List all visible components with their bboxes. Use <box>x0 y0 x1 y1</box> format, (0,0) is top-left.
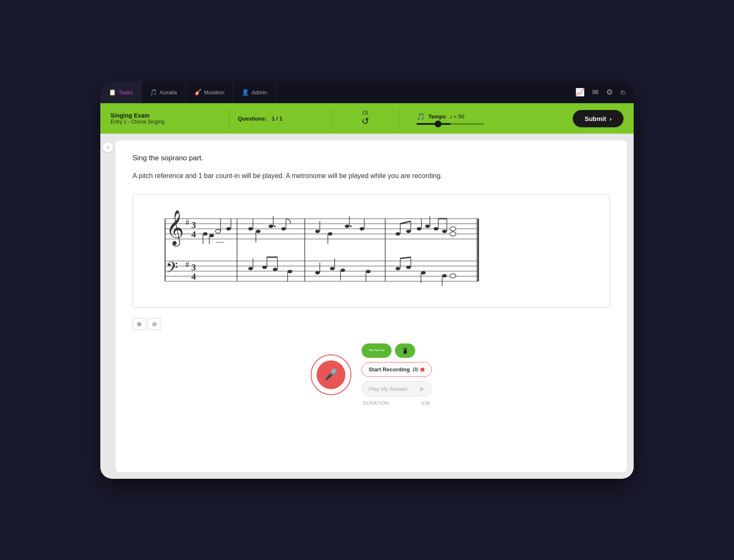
logout-icon[interactable]: ⎋ <box>621 88 625 97</box>
auralia-label: Auralia <box>160 89 177 96</box>
musition-icon: 🎸 <box>194 89 201 96</box>
mic-outer-ring[interactable]: 🎤 <box>311 354 351 395</box>
svg-point-36 <box>269 225 273 228</box>
recording-top-row: 〜〜〜 📱 <box>361 343 432 358</box>
content-panel: Sing the soprano part. A pitch reference… <box>116 140 627 472</box>
nav-tab-admin[interactable]: 👤 Admin <box>233 81 276 103</box>
microphone-icon: 🎤 <box>324 368 338 381</box>
svg-point-34 <box>256 230 261 233</box>
replay-icon[interactable]: ↺ <box>361 116 369 127</box>
phone-icon: 📱 <box>402 348 408 354</box>
tasks-icon: 📋 <box>109 89 116 96</box>
start-recording-button[interactable]: Start Recording (3) <box>361 362 432 377</box>
svg-text:#: # <box>185 218 189 227</box>
svg-point-61 <box>330 267 335 270</box>
svg-point-92 <box>450 274 456 278</box>
tempo-label: Tempo <box>428 113 446 120</box>
svg-text:4: 4 <box>191 271 196 282</box>
svg-point-57 <box>360 227 364 231</box>
tasks-label: Tasks <box>119 89 132 96</box>
start-recording-label: Start Recording <box>369 366 410 373</box>
exam-info: Singing Exam Entry 1 - Choral Singing <box>110 112 221 125</box>
tempo-value: ♩ = 50 <box>450 113 464 120</box>
submit-button[interactable]: Submit › <box>573 110 624 127</box>
svg-point-32 <box>248 227 253 231</box>
sidebar-toggle-button[interactable]: › <box>103 142 113 152</box>
svg-point-26 <box>226 227 231 231</box>
auralia-icon: 🎵 <box>150 89 157 96</box>
record-dot-icon <box>420 368 425 372</box>
nav-tab-tasks[interactable]: 📋 Tasks <box>100 81 141 103</box>
musition-label: Musition <box>204 89 224 96</box>
admin-label: Admin <box>251 89 267 96</box>
svg-text:4: 4 <box>191 229 196 239</box>
submit-arrow-icon: › <box>610 115 612 122</box>
svg-text:#: # <box>185 261 189 269</box>
submit-label: Submit <box>585 115 606 122</box>
divider-2 <box>331 108 331 129</box>
svg-point-86 <box>421 271 426 275</box>
nav-tabs: 📋 Tasks 🎵 Auralia 🎸 Musition 👤 Admin <box>100 81 276 103</box>
sheet-music-svg: 𝄞 # 3 4 𝄢 # 3 4 <box>140 202 487 299</box>
tempo-section: 🎵 Tempo ♩ = 50 <box>408 113 573 125</box>
recording-section: 🎤 〜〜〜 📱 Start Recording <box>132 343 610 406</box>
wave-button[interactable]: 〜〜〜 <box>361 343 392 358</box>
tempo-slider[interactable] <box>417 123 484 125</box>
exam-subtitle: Entry 1 - Choral Singing <box>110 119 221 125</box>
attempts-badge: (3) <box>413 367 418 372</box>
svg-point-76 <box>434 227 439 231</box>
mail-icon[interactable]: ✉ <box>592 88 599 97</box>
questions-section: Questions: 1 / 1 <box>238 115 323 122</box>
svg-point-39 <box>281 227 286 231</box>
duration-value: 0:00 <box>421 401 430 406</box>
duration-row: DURATION: 0:00 <box>361 401 432 406</box>
svg-point-48 <box>288 270 292 273</box>
svg-point-69 <box>406 230 411 233</box>
metronome-icon: 🎵 <box>417 113 425 121</box>
svg-point-54 <box>345 225 350 228</box>
replay-section[interactable]: (3) ↺ <box>340 110 391 127</box>
svg-point-24 <box>215 230 221 233</box>
replay-badge: (3) <box>362 110 368 115</box>
sheet-music: 𝄞 # 3 4 𝄢 # 3 4 <box>132 195 610 308</box>
svg-point-28 <box>203 232 208 236</box>
svg-point-91 <box>450 232 456 236</box>
header-bar: Singing Exam Entry 1 - Choral Singing Qu… <box>100 103 634 134</box>
play-arrow-icon: ▶ <box>420 385 425 392</box>
svg-point-88 <box>442 274 447 277</box>
play-answer-button[interactable]: Play My Answer ▶ <box>361 381 432 396</box>
admin-icon: 👤 <box>242 89 249 96</box>
svg-point-90 <box>450 227 456 231</box>
zoom-in-button[interactable]: ⊕ <box>132 318 146 330</box>
nav-bar: 📋 Tasks 🎵 Auralia 🎸 Musition 👤 Admin 📈 ✉… <box>100 81 634 103</box>
svg-point-50 <box>315 230 320 233</box>
svg-point-81 <box>396 267 400 270</box>
recording-buttons: 〜〜〜 📱 Start Recording (3) Play My Answer <box>361 343 432 406</box>
divider-1 <box>229 108 229 129</box>
chart-icon[interactable]: 📈 <box>575 88 585 97</box>
question-description: A pitch reference and 1 bar count-in wil… <box>132 171 610 181</box>
svg-text:𝄞: 𝄞 <box>166 210 184 247</box>
divider-3 <box>399 108 400 129</box>
svg-point-78 <box>442 230 447 233</box>
zoom-out-button[interactable]: ⊖ <box>148 318 161 330</box>
nav-tab-auralia[interactable]: 🎵 Auralia <box>141 81 185 103</box>
svg-point-59 <box>315 271 320 275</box>
duration-label: DURATION: <box>363 401 390 406</box>
questions-value: 1 / 1 <box>272 115 282 122</box>
nav-actions: 📈 ✉ ⚙ ⎋ <box>575 88 634 97</box>
wave-icon: 〜〜〜 <box>368 347 385 354</box>
nav-tab-musition[interactable]: 🎸 Musition <box>186 81 233 103</box>
svg-line-71 <box>400 221 411 224</box>
phone-button[interactable]: 📱 <box>395 343 415 358</box>
mic-button[interactable]: 🎤 <box>317 360 345 389</box>
sidebar-toggle: › <box>100 134 116 479</box>
svg-point-72 <box>417 227 422 231</box>
svg-point-45 <box>273 268 278 271</box>
play-answer-label: Play My Answer <box>369 386 408 392</box>
question-instruction: Sing the soprano part. <box>132 154 610 162</box>
questions-label: Questions: <box>238 115 267 122</box>
main-content: › Sing the soprano part. A pitch referen… <box>100 134 634 479</box>
settings-icon[interactable]: ⚙ <box>606 88 613 97</box>
svg-point-63 <box>341 269 345 272</box>
